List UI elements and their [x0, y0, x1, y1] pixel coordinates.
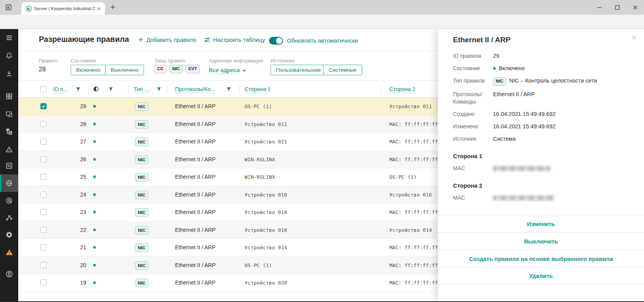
filter-source-user-button[interactable]: Пользовательские	[271, 65, 326, 75]
rule-type-badge: NIC	[135, 191, 148, 198]
rule-protocols: Ethernet II / ARP	[175, 192, 215, 198]
panel-action-button[interactable]: Создать правило на основе выбранного пра…	[438, 250, 644, 267]
filter-funnel-icon[interactable]	[226, 87, 231, 92]
new-tab-button[interactable]	[109, 4, 116, 10]
filter-funnel-icon[interactable]	[76, 87, 81, 92]
rule-state-dot	[93, 105, 96, 108]
panel-field: ИсточникСистема	[453, 135, 635, 143]
panel-field-value: 16.04.2021 15:49:49.692	[493, 123, 635, 130]
sliders-icon	[204, 36, 210, 43]
rule-type-badge-cc[interactable]: CC	[154, 65, 167, 73]
column-header-side1[interactable]: Сторона 1	[245, 86, 271, 93]
add-rule-button[interactable]: Добавить правило	[138, 36, 196, 43]
state-contrast-icon[interactable]	[93, 86, 99, 92]
select-all-checkbox[interactable]	[40, 86, 47, 92]
row-checkbox[interactable]	[40, 174, 47, 180]
side2-section-title: Сторона 2	[453, 182, 635, 189]
mac-label: MAC	[453, 165, 493, 172]
row-checkbox[interactable]	[40, 244, 47, 250]
column-header-id[interactable]: ID п...	[53, 86, 68, 93]
sidebar-item-notifications[interactable]	[0, 47, 18, 64]
minimize-button[interactable]	[590, 0, 608, 15]
panel-close-icon[interactable]	[630, 34, 638, 41]
panel-actions: ИзменитьВыключитьСоздать правило на осно…	[438, 215, 644, 285]
mac-value-redacted	[493, 166, 550, 171]
column-header-side2[interactable]: Сторона 2	[389, 86, 415, 93]
sidebar-item-alert[interactable]	[0, 243, 18, 261]
filter-source-system-button[interactable]: Системные	[323, 65, 362, 75]
row-checkbox[interactable]	[40, 192, 47, 198]
rule-protocols: Ethernet II / ARP	[175, 156, 215, 162]
settings-icon	[5, 231, 13, 238]
sidebar-item-tree[interactable]	[0, 123, 18, 140]
filter-state-off-button[interactable]: Выключено	[105, 65, 144, 75]
panel-field: Протоколы/ КомандыEthernet II / ARP	[453, 91, 635, 105]
filter-funnel-icon[interactable]	[156, 87, 161, 92]
address-filter-dropdown[interactable]: Все адреса	[209, 67, 246, 74]
sidebar-item-connections[interactable]	[0, 209, 18, 226]
rule-protocols: Ethernet II / ARP	[175, 103, 215, 109]
configure-table-button[interactable]: Настроить таблицу	[204, 36, 265, 43]
panel-field: ID правила29	[453, 52, 635, 60]
downloads-icon	[5, 70, 13, 77]
mac-label: MAC	[453, 194, 493, 202]
row-checkbox[interactable]	[40, 138, 47, 145]
filter-state-on-button[interactable]: Включено	[71, 65, 106, 75]
row-checkbox[interactable]	[40, 103, 47, 109]
sidebar-item-settings[interactable]	[0, 226, 18, 243]
rule-id: 24	[59, 192, 86, 198]
panel-field-label: Состояние	[453, 65, 493, 72]
panel-action-button[interactable]: Изменить	[438, 215, 644, 232]
row-checkbox[interactable]	[40, 121, 47, 127]
auto-refresh-toggle[interactable]	[269, 37, 283, 45]
close-button[interactable]	[626, 0, 644, 15]
panel-action-button[interactable]: Выключить	[438, 232, 644, 250]
panel-field: Изменено16.04.2021 15:49:49.692	[453, 123, 635, 130]
monitoring-icon	[5, 197, 13, 204]
panel-body: ID правила29СостояниеВключеноТип правила…	[453, 52, 635, 204]
column-header-protocols[interactable]: Протоколы/Ко...	[175, 86, 215, 93]
panel-field-value: Ethernet II / ARP	[493, 91, 635, 105]
sidebar-item-network-map[interactable]	[0, 174, 18, 192]
sidebar-item-devices[interactable]	[0, 105, 18, 123]
column-separator	[167, 85, 167, 93]
rule-type-badge-evt[interactable]: EVT	[186, 65, 200, 73]
maximize-button[interactable]	[608, 0, 626, 15]
rule-type-badge-nic[interactable]: NIC	[170, 65, 183, 73]
row-checkbox[interactable]	[40, 227, 47, 233]
rule-state-dot	[93, 246, 96, 249]
address-filter-value: Все адреса	[209, 67, 240, 74]
column-separator	[240, 85, 240, 93]
panel-field-label: Тип правила	[453, 77, 493, 86]
rule-state-dot	[93, 176, 96, 178]
row-checkbox[interactable]	[40, 262, 47, 268]
configure-table-label: Настроить таблицу	[213, 36, 265, 43]
tab-close-icon[interactable]	[96, 6, 102, 12]
sidebar-item-settings-panel[interactable]	[0, 157, 18, 174]
rule-protocols: Ethernet II / ARP	[175, 244, 215, 250]
state-dot	[493, 67, 496, 70]
sidebar-item-downloads[interactable]	[0, 65, 18, 82]
tab-actions-menu-icon[interactable]	[5, 4, 12, 11]
rule-side2: OS-PC (1)	[389, 174, 417, 180]
sidebar-item-monitoring[interactable]	[0, 192, 18, 209]
rule-type-badge: NIC	[135, 244, 148, 251]
rule-protocols: Ethernet II / ARP	[175, 280, 215, 286]
rule-type-badge: NIC	[135, 138, 148, 145]
rule-side1: WIN-RSLINX	[245, 174, 275, 180]
browser-tab[interactable]: Server | Kaspersky Industrial Cyb	[21, 2, 105, 15]
row-checkbox[interactable]	[40, 280, 47, 286]
column-header-type[interactable]: Тип ...	[134, 86, 149, 93]
rule-type-badge: NIC	[493, 77, 506, 86]
sidebar-item-account[interactable]	[0, 265, 18, 283]
panel-field-label: Протоколы/ Команды	[453, 91, 493, 105]
sidebar-item-menu[interactable]	[0, 29, 18, 47]
row-checkbox[interactable]	[40, 156, 47, 162]
panel-action-button[interactable]: Удалить	[438, 267, 644, 285]
rule-protocols: Ethernet II / ARP	[175, 262, 215, 268]
row-checkbox[interactable]	[40, 209, 47, 215]
sidebar-item-dashboard[interactable]	[0, 88, 18, 105]
sidebar-item-risks[interactable]	[0, 141, 18, 158]
rule-side2: Устройство 011	[389, 104, 432, 109]
filter-funnel-icon[interactable]	[108, 87, 113, 92]
